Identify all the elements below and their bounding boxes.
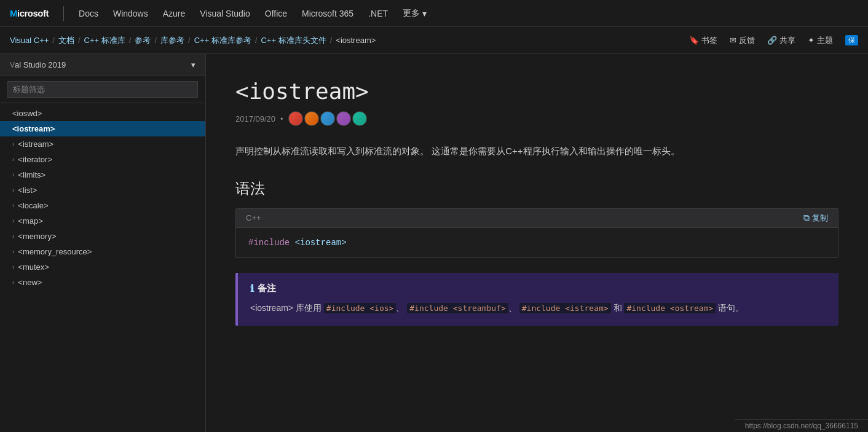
sidebar-item-label: <memory> (18, 232, 56, 241)
note-sep-3: 和 (611, 303, 625, 313)
code-include-keyword: #include (248, 238, 290, 248)
sidebar-item-label: <limits> (18, 170, 45, 179)
sidebar-item-istream[interactable]: › <istream> (0, 136, 205, 152)
action-share[interactable]: 🔗 共享 (767, 35, 795, 46)
sidebar-item-label: <mutex> (18, 262, 49, 272)
share-label: 共享 (779, 35, 795, 46)
sidebar-item-locale[interactable]: › <locale> (0, 198, 205, 213)
page-layout: Val Studio 2019 ▾ <ioswd> <iostream> › <… (0, 54, 868, 432)
avatar-1 (288, 111, 303, 126)
breadcrumb-bar: Visual C++ / 文档 / C++ 标准库 / 参考 / 库参考 / C… (0, 27, 868, 54)
sidebar-item-label: <ioswd> (12, 109, 42, 118)
copy-label: 复制 (812, 213, 828, 224)
sidebar-item-map[interactable]: › <map> (0, 213, 205, 229)
page-title: <iostream> (235, 79, 838, 104)
breadcrumb-sep-3: / (129, 36, 132, 45)
page-meta: 2017/09/20 • (235, 111, 838, 126)
copy-button[interactable]: ⧉ 复制 (803, 213, 828, 224)
avatar-2 (304, 111, 319, 126)
action-save[interactable]: 保 (845, 35, 858, 45)
note-code-3: #include <istream> (519, 303, 611, 313)
note-title-label: 备注 (258, 283, 276, 294)
feedback-label: 反馈 (739, 35, 755, 46)
sidebar-item-label: <iostream> (12, 124, 55, 133)
share-icon: 🔗 (767, 36, 777, 45)
sidebar-item-label: <new> (18, 278, 42, 287)
breadcrumb-libref[interactable]: 库参考 (160, 35, 184, 46)
version-select[interactable]: Val Studio 2019 ▾ (0, 54, 205, 76)
chevron-right-icon: › (12, 233, 14, 240)
sidebar-item-mutex[interactable]: › <mutex> (0, 259, 205, 275)
chevron-right-icon: › (12, 187, 14, 194)
breadcrumb-sep-1: / (52, 36, 55, 45)
note-box: ℹ 备注 <iostream> 库使用 #include <ios>、 #inc… (235, 273, 838, 326)
theme-icon: ✦ (808, 36, 815, 45)
breadcrumb-visual-cpp[interactable]: Visual C++ (10, 36, 49, 45)
sidebar-item-memory[interactable]: › <memory> (0, 229, 205, 244)
sidebar-item-limits[interactable]: › <limits> (0, 167, 205, 183)
nav-docs[interactable]: Docs (79, 9, 98, 18)
note-sep-1: 、 (396, 303, 404, 313)
brand-logo[interactable]: Microsoft (10, 8, 49, 18)
breadcrumb-docs[interactable]: 文档 (58, 35, 74, 46)
chevron-right-icon: › (12, 171, 14, 178)
breadcrumb-headers[interactable]: C++ 标准库头文件 (261, 35, 326, 46)
sidebar-item-iostream[interactable]: <iostream> (0, 121, 205, 136)
avatar-5 (352, 111, 367, 126)
breadcrumb-sep-2: / (78, 36, 81, 45)
nav-windows[interactable]: Windows (113, 9, 148, 18)
sidebar-item-label: <memory_resource> (18, 247, 92, 256)
action-bookmark[interactable]: 🔖 书签 (689, 35, 717, 46)
section-syntax-title: 语法 (235, 179, 838, 198)
action-theme[interactable]: ✦ 主题 (808, 35, 833, 46)
sidebar-item-label: <iterator> (18, 155, 52, 164)
nav-azure[interactable]: Azure (163, 9, 186, 18)
nav-visual-studio[interactable]: Visual Studio (200, 9, 250, 18)
sidebar-item-label: <map> (18, 216, 42, 226)
nav-divider (63, 6, 64, 21)
note-body: <iostream> 库使用 #include <ios>、 #include … (250, 300, 826, 316)
sidebar-list: <ioswd> <iostream> › <istream> › <iterat… (0, 103, 205, 432)
chevron-right-icon: › (12, 141, 14, 147)
breadcrumb-stdlib[interactable]: C++ 标准库 (84, 35, 125, 46)
main-content: <iostream> 2017/09/20 • 声明控制从标准流读取和写入到标准… (206, 54, 868, 432)
code-block-syntax: C++ ⧉ 复制 #include <iostream> (235, 208, 838, 258)
nav-dotnet[interactable]: .NET (368, 9, 388, 18)
chevron-right-icon: › (12, 156, 14, 163)
page-description: 声明控制从标准流读取和写入到标准流的对象。 这通常是你需要从C++程序执行输入和… (235, 143, 838, 159)
sidebar-item-memory-resource[interactable]: › <memory_resource> (0, 244, 205, 259)
avatar-3 (320, 111, 335, 126)
breadcrumb-sep-6: / (255, 36, 258, 45)
breadcrumb-sep-4: / (154, 36, 157, 45)
status-url: https://blog.csdn.net/qq_36666115 (745, 422, 858, 430)
sidebar-item-iterator[interactable]: › <iterator> (0, 152, 205, 167)
sidebar-item-label: <locale> (18, 201, 48, 210)
sidebar: Val Studio 2019 ▾ <ioswd> <iostream> › <… (0, 54, 206, 432)
action-feedback[interactable]: ✉ 反馈 (730, 35, 755, 46)
code-block-header: C++ ⧉ 复制 (236, 209, 838, 228)
note-code-4: #include <ostream> (624, 303, 716, 313)
bookmark-icon: 🔖 (689, 36, 699, 45)
breadcrumb-sep-5: / (188, 36, 191, 45)
note-code-1: #include <ios> (324, 303, 397, 313)
breadcrumb-stdlibref[interactable]: C++ 标准库参考 (194, 35, 251, 46)
nav-office[interactable]: Office (265, 9, 287, 18)
breadcrumb-ref[interactable]: 参考 (135, 35, 151, 46)
nav-more[interactable]: 更多 ▾ (403, 8, 427, 19)
sidebar-item-label: <istream> (18, 139, 53, 149)
sidebar-item-ioswd[interactable]: <ioswd> (0, 106, 205, 121)
chevron-right-icon: › (12, 279, 14, 286)
save-icon: 保 (845, 35, 858, 45)
status-bar: https://blog.csdn.net/qq_36666115 (735, 419, 868, 432)
copy-icon: ⧉ (803, 213, 810, 223)
sidebar-filter-input[interactable] (7, 81, 198, 98)
feedback-icon: ✉ (730, 36, 736, 45)
avatar-4 (336, 111, 351, 126)
contributor-avatars (288, 111, 367, 126)
code-header-value: <iostream> (295, 238, 347, 248)
sidebar-item-new[interactable]: › <new> (0, 275, 205, 290)
meta-dot: • (280, 114, 283, 124)
theme-label: 主题 (817, 35, 833, 46)
sidebar-item-list[interactable]: › <list> (0, 183, 205, 198)
nav-m365[interactable]: Microsoft 365 (302, 9, 353, 18)
